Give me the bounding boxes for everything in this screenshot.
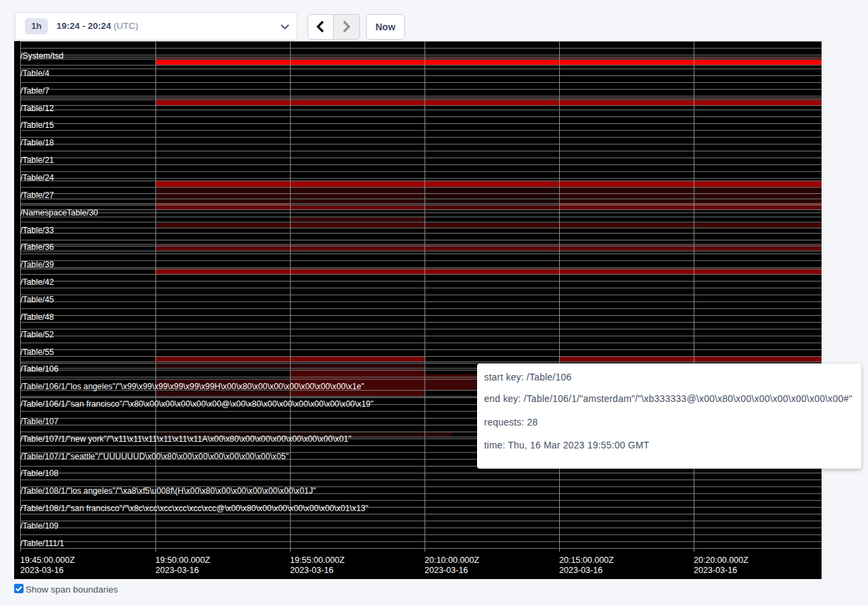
svg-text:20:15:00.000Z: 20:15:00.000Z xyxy=(559,556,614,565)
svg-text:/Table/109: /Table/109 xyxy=(20,521,59,531)
svg-text:/Table/106/1/"los angeles"/"\x: /Table/106/1/"los angeles"/"\x99\x99\x99… xyxy=(20,382,364,391)
svg-text:2023-03-16: 2023-03-16 xyxy=(425,566,468,575)
svg-text:19:45:00.000Z: 19:45:00.000Z xyxy=(20,556,75,565)
svg-text:/Table/48: /Table/48 xyxy=(20,312,54,322)
svg-text:2023-03-16: 2023-03-16 xyxy=(290,566,333,575)
svg-text:/Table/4: /Table/4 xyxy=(20,69,49,78)
svg-text:/Table/42: /Table/42 xyxy=(20,277,54,287)
svg-text:/Table/108/1/"los angeles"/"\x: /Table/108/1/"los angeles"/"\xa8\xf5\u00… xyxy=(20,486,316,496)
svg-text:/Table/107/1/"new york"/"\x11\: /Table/107/1/"new york"/"\x11\x11\x11\x1… xyxy=(20,434,351,444)
svg-text:19:55:00.000Z: 19:55:00.000Z xyxy=(290,556,345,565)
svg-text:/Table/108: /Table/108 xyxy=(20,469,59,478)
svg-text:/Table/111/1: /Table/111/1 xyxy=(20,539,64,548)
svg-text:/Table/107/1/"seattle"/"UUUUUU: /Table/107/1/"seattle"/"UUUUUUD\x00\x80\… xyxy=(20,452,289,461)
svg-text:19:50:00.000Z: 19:50:00.000Z xyxy=(155,556,211,565)
svg-text:/Table/7: /Table/7 xyxy=(20,86,49,96)
svg-text:20:10:00.000Z: 20:10:00.000Z xyxy=(425,556,480,565)
svg-text:2023-03-16: 2023-03-16 xyxy=(20,566,63,575)
svg-text:2023-03-16: 2023-03-16 xyxy=(694,566,737,575)
svg-text:/Table/45: /Table/45 xyxy=(20,295,54,304)
svg-text:/Table/55: /Table/55 xyxy=(20,347,54,357)
svg-text:/Table/12: /Table/12 xyxy=(20,104,54,113)
svg-text:/Table/108/1/"san francisco"/": /Table/108/1/"san francisco"/"\x8c\xcc\x… xyxy=(20,504,368,513)
svg-text:/Table/18: /Table/18 xyxy=(20,138,54,147)
svg-text:/Table/33: /Table/33 xyxy=(20,226,54,235)
svg-text:/NamespaceTable/30: /NamespaceTable/30 xyxy=(20,208,98,217)
svg-text:/Table/15: /Table/15 xyxy=(20,121,54,130)
svg-text:/System/tsd: /System/tsd xyxy=(20,51,63,61)
svg-text:/Table/106: /Table/106 xyxy=(20,364,59,374)
svg-text:/Table/24: /Table/24 xyxy=(20,173,54,182)
svg-text:/Table/106/1/"san francisco"/": /Table/106/1/"san francisco"/"\x80\x00\x… xyxy=(20,399,373,409)
svg-text:2023-03-16: 2023-03-16 xyxy=(559,566,602,575)
svg-text:/Table/36: /Table/36 xyxy=(20,242,54,252)
svg-text:/Table/52: /Table/52 xyxy=(20,330,54,339)
svg-text:/Table/27: /Table/27 xyxy=(20,191,54,200)
svg-text:2023-03-16: 2023-03-16 xyxy=(155,566,198,575)
svg-text:/Table/21: /Table/21 xyxy=(20,156,54,165)
svg-text:/Table/39: /Table/39 xyxy=(20,260,54,269)
svg-text:/Table/107: /Table/107 xyxy=(20,417,59,426)
svg-text:20:20:00.000Z: 20:20:00.000Z xyxy=(694,556,749,565)
